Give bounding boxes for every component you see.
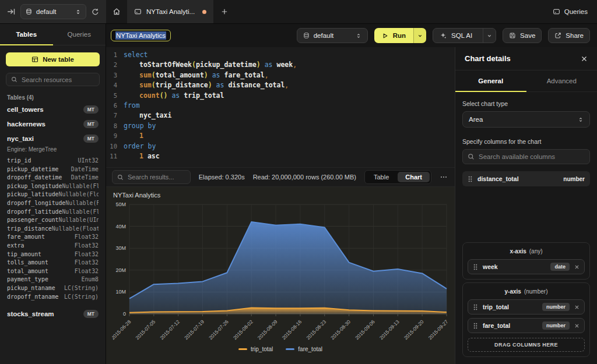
tab-general[interactable]: General [455,70,526,91]
database-icon [303,32,310,39]
drag-handle-icon[interactable] [468,176,473,182]
sql-ai-button[interactable]: SQL AI [433,32,479,39]
remove-icon[interactable] [574,323,580,328]
nyc-taxi-columns: trip_idUInt32pickup_datetimeDateTimedrop… [0,157,106,301]
table-item-hackernews[interactable]: hackernews MT [0,116,106,131]
sql-line[interactable]: 7nyc_taxi [106,111,455,121]
line-number: 8 [106,121,124,131]
sql-line[interactable]: 5count() as trip_total [106,91,455,101]
column-row: tolls_amountFloat32 [7,259,99,267]
collapse-sidebar-icon[interactable] [7,8,15,16]
sql-line[interactable]: 6from [106,101,455,111]
svg-text:30M: 30M [115,245,126,251]
run-button-group: Run [374,28,426,43]
sparkle-icon [440,32,447,39]
available-column-distance-total[interactable]: distance_total number [462,171,590,186]
legend-item-fare_total[interactable]: fare_total [286,346,322,352]
columns-search-input[interactable] [479,153,585,160]
sidebar-tab-tables[interactable]: Tables [0,24,53,45]
table-item-nyc-taxi[interactable]: nyc_taxi MT [0,131,106,146]
sql-editor[interactable]: 1select2toStartOfWeek(pickup_datetime) a… [106,47,455,167]
tab-advanced[interactable]: Advanced [526,70,597,91]
legend-item-trip_total[interactable]: trip_total [238,346,273,352]
svg-text:2015-08-23: 2015-08-23 [305,319,327,341]
search-icon [468,153,475,160]
table-item-cell-towers[interactable]: cell_towers MT [0,102,106,116]
sql-code: 1 asc [124,151,160,161]
svg-text:2015-06-28: 2015-06-28 [112,319,132,341]
drag-handle-icon[interactable] [473,304,478,310]
table-view-button[interactable]: Table [366,172,396,182]
sql-line[interactable]: 91 [106,131,455,141]
close-icon[interactable] [581,55,588,62]
chart-view-button[interactable]: Chart [398,172,430,182]
sql-code: select [124,50,148,60]
x-axis-item-week[interactable]: week date [468,259,585,274]
sql-ai-options-button[interactable] [483,29,496,43]
sidebar-search[interactable] [6,73,100,86]
results-search[interactable] [112,170,191,184]
drag-handle-icon[interactable] [473,323,478,329]
svg-text:2015-09-27: 2015-09-27 [427,319,449,341]
table-item-stocks-stream[interactable]: stocks_stream MT [0,306,106,321]
columns-label: Specify columns for the chart [462,138,590,145]
sidebar-search-input[interactable] [22,76,94,83]
chart-title: NYTaxi Analytics [113,192,449,199]
table-engine-label: Engine: MergeTree [0,146,106,157]
sql-code: sum(trip_distance) as distance_total, [124,80,289,90]
sql-line[interactable]: 2toStartOfWeek(pickup_datetime) as week, [106,60,455,70]
svg-text:50M: 50M [115,202,126,207]
refresh-icon[interactable] [92,8,99,16]
engine-badge: MT [83,135,99,143]
home-icon[interactable] [106,0,127,23]
line-number: 5 [106,91,124,101]
sql-line[interactable]: 111 asc [106,151,455,161]
results-search-input[interactable] [128,174,185,181]
legend-swatch [238,348,247,350]
queries-button[interactable]: Queries [543,0,597,23]
share-button[interactable]: Share [548,28,590,43]
query-title-input[interactable]: NYTaxi Analytics [111,30,171,41]
sql-line[interactable]: 1select [106,50,455,60]
topbar-database-select[interactable]: default [20,4,86,19]
new-table-button[interactable]: New table [6,52,100,66]
new-tab-button[interactable] [213,0,236,23]
line-number: 9 [106,131,124,141]
columns-search[interactable] [462,149,590,164]
remove-icon[interactable] [574,264,580,270]
run-options-button[interactable] [413,28,426,43]
column-row: payment_typeEnum8 [7,275,99,284]
svg-text:2015-07-05: 2015-07-05 [134,319,156,341]
header-database-select[interactable]: default [297,28,368,43]
drag-columns-dropzone[interactable]: DRAG COLUMNS HERE [468,338,585,352]
type-pill: number [542,321,570,330]
save-button[interactable]: Save [503,28,542,43]
run-button[interactable]: Run [374,28,413,43]
drag-handle-icon[interactable] [473,264,478,270]
sql-line[interactable]: 3sum(total_amount) as fare_total, [106,70,455,80]
app-window: default NYTaxi Analyti... Queries [0,0,597,364]
svg-text:2015-07-26: 2015-07-26 [208,319,230,341]
queries-label: Queries [564,8,588,15]
line-number: 6 [106,101,124,111]
tab-nytaxi-analytics[interactable]: NYTaxi Analyti... [127,0,213,23]
sql-line[interactable]: 10order by [106,142,455,151]
sql-line[interactable]: 4sum(trip_distance) as distance_total, [106,80,455,90]
remove-icon[interactable] [574,305,580,310]
legend-swatch [286,348,294,350]
svg-text:40M: 40M [115,224,126,229]
column-row: total_amountFloat32 [7,267,99,276]
chart-type-select[interactable]: Area [462,111,590,128]
sql-code: nyc_taxi [124,111,171,121]
column-row: pickup_datetimeDateTime [7,165,99,174]
sql-line[interactable]: 8group by [106,121,455,131]
y-axis-item-fare-total[interactable]: fare_total number [468,318,585,333]
legend-label: fare_total [298,346,322,352]
sql-code: from [124,101,140,111]
more-options-icon[interactable] [440,174,448,181]
sidebar-tab-queries[interactable]: Queries [53,24,106,45]
y-axis-item-trip-total[interactable]: trip_total number [468,299,585,314]
engine-badge: MT [83,120,99,128]
topbar-database-value: default [36,8,71,15]
chevron-updown-icon [356,33,361,39]
